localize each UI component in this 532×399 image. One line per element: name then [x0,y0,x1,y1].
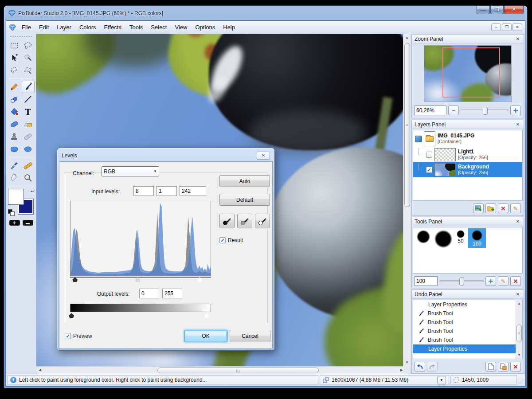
fill-tool[interactable] [8,106,21,118]
text-tool[interactable] [22,106,35,118]
undo-step-brush-tool[interactable]: Brush Tool [413,318,516,327]
view-rectangle[interactable] [442,47,500,98]
default-button[interactable]: Default [219,194,270,206]
menu-tools[interactable]: Tools [125,21,147,34]
child-close-button[interactable]: ✕ [512,23,522,31]
freehand-select-tool[interactable] [8,64,21,77]
menu-options[interactable]: Options [191,21,219,34]
levels-dialog-close-button[interactable]: ✕ [257,152,270,160]
menu-help[interactable]: Help [219,21,239,34]
line-tool[interactable] [22,93,35,106]
undo-panel-close-icon[interactable]: ✕ [515,292,521,297]
output-white-field[interactable] [162,289,182,298]
gradient-tool[interactable] [8,118,21,130]
palette-button-2[interactable]: ▬ [23,220,33,226]
minimize-button[interactable]: — [477,6,490,14]
zoom-slider-thumb[interactable] [483,107,488,115]
layer-row-light1[interactable]: Light1[Opacity: 256] [413,147,522,162]
units-dropdown-button[interactable]: ▼ [437,376,446,384]
palette-button-1[interactable]: ✛ [9,220,20,226]
close-button[interactable]: ✕ [504,6,524,14]
scroll-left-icon[interactable]: ◀ [36,367,43,374]
checkbox-checked-icon[interactable]: ✓ [65,333,71,339]
undo-step-brush-tool[interactable]: Brush Tool [413,309,516,318]
preview-option[interactable]: ✓ Preview [65,333,92,339]
move-tool[interactable] [8,52,21,64]
magic-wand-tool[interactable] [22,52,35,64]
brush-preset-40[interactable] [434,230,452,248]
child-restore-button[interactable]: ❐ [502,23,512,31]
redo-button[interactable] [427,362,438,372]
output-white-handle[interactable] [204,313,209,318]
edit-layer-button[interactable]: ✎ [510,203,521,213]
edit-brush-button[interactable]: ✎ [498,276,509,286]
container-thumbnail[interactable] [424,131,435,146]
zoom-tool[interactable] [22,172,35,184]
zoom-panel-close-icon[interactable]: ✕ [515,36,521,41]
layer-row-background[interactable]: ✓Background[Opacity: 256] [413,162,522,177]
maximize-button[interactable]: ❐ [490,6,504,14]
result-option[interactable]: ✓ Result [219,237,243,243]
brush-tool[interactable] [22,81,35,93]
undo-scrollbar[interactable]: ▲ ≡ ▼ [516,300,522,359]
vertical-scroll-thumb[interactable]: ≡ [404,43,410,207]
menu-effects[interactable]: Effects [100,21,125,34]
eyedropper-tool[interactable] [8,159,21,172]
undo-step-brush-tool[interactable]: Brush Tool [413,327,516,336]
polygon-select-tool[interactable] [22,64,35,77]
healing-tool[interactable] [22,130,35,143]
brush-preset-30[interactable] [417,230,430,243]
add-brush-button[interactable]: ✛ [485,276,496,286]
ok-button[interactable]: OK [184,330,227,342]
black-point-dropper-button[interactable] [219,214,235,228]
toolbar-grip[interactable] [10,36,32,38]
add-container-button[interactable] [485,203,496,213]
undo-scroll-up-icon[interactable]: ▲ [516,300,522,307]
undo-step-layer-properties[interactable]: Layer Properties [413,300,516,309]
white-point-dropper-button[interactable] [255,214,270,228]
navigator-thumbnail[interactable] [424,45,512,102]
lasso-select-tool[interactable] [22,39,35,52]
rounded-rect-tool[interactable] [8,143,21,155]
container-visibility-toggle[interactable] [415,136,422,142]
copy-state-button[interactable] [498,362,509,372]
output-black-field[interactable] [139,289,159,298]
ellipse-tool[interactable] [22,143,35,155]
delete-brush-button[interactable]: ✕ [510,276,521,286]
scroll-up-icon[interactable]: ▲ [403,34,411,41]
levels-dialog-titlebar[interactable]: Levels ✕ [59,150,273,161]
zoom-slider[interactable] [461,110,509,111]
measure-tool[interactable] [22,159,35,172]
menu-view[interactable]: View [171,21,191,34]
menu-layer[interactable]: Layer [53,21,75,34]
channel-select[interactable]: RGB ▼ [102,166,159,176]
input-white-field[interactable] [180,186,206,196]
zoom-in-button[interactable]: ✛ [510,106,521,115]
rect-select-tool[interactable] [8,39,21,52]
default-colors-button[interactable] [8,209,15,216]
layer-visibility-checkbox[interactable]: ✓ [426,167,432,173]
delete-layer-button[interactable]: ✕ [498,203,509,213]
layer-row-img-0145-jpg[interactable]: IMG_0145.JPG[Container] [413,130,522,147]
smudge-tool[interactable] [22,118,35,130]
swap-colors-icon[interactable]: ⤾ [31,188,34,193]
menu-file[interactable]: File [18,21,35,34]
layer-thumbnail[interactable] [435,149,455,161]
layer-visibility-checkbox[interactable] [426,152,432,158]
brush-preset-100[interactable]: 100 [468,228,486,248]
zoom-value-input[interactable] [415,106,446,115]
layers-panel-close-icon[interactable]: ✕ [515,122,521,127]
menu-edit[interactable]: Edit [35,21,53,34]
clone-stamp-tool[interactable] [8,130,21,143]
undo-step-layer-properties[interactable]: Layer Properties [413,344,516,353]
brush-size-slider-thumb[interactable] [459,278,464,286]
new-state-button[interactable] [485,362,496,372]
horizontal-scroll-thumb[interactable]: ||| [157,368,319,373]
foreground-color-swatch[interactable] [8,189,24,205]
child-minimize-button[interactable]: – [491,23,501,31]
scroll-down-icon[interactable]: ▼ [403,359,411,366]
horizontal-scrollbar[interactable]: ◀ ||| ▶ [36,366,403,374]
menu-select[interactable]: Select [147,21,171,34]
brush-size-input[interactable] [415,276,438,286]
undo-scroll-down-icon[interactable]: ▼ [516,352,522,359]
